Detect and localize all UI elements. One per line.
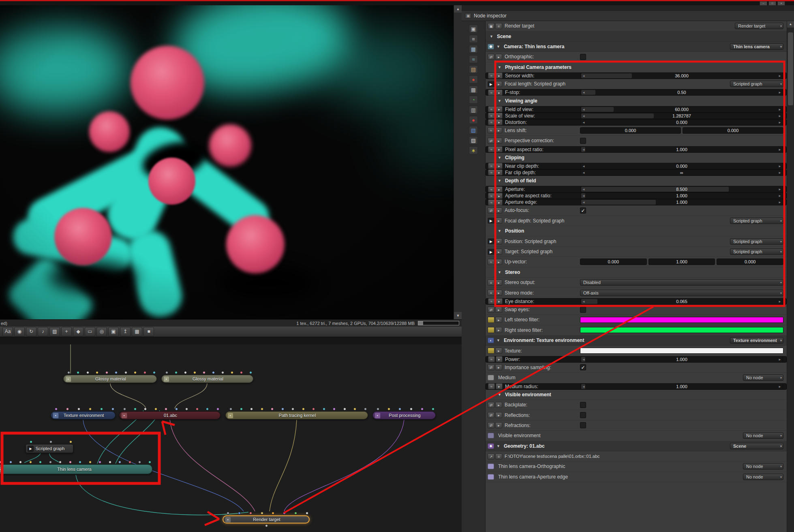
color-wheel-icon[interactable]: ◉ [14,327,25,336]
book-icon[interactable]: ▤ [469,65,478,73]
value-field[interactable]: 0.000 [580,259,647,265]
checkbox[interactable] [580,422,586,428]
value-slider[interactable]: ◄►1.282787 [580,113,783,119]
node-pin[interactable] [128,461,131,464]
viewport-scrollbar[interactable]: ▲ ▼ [454,5,462,319]
color-swatch[interactable] [580,348,783,354]
animate-toggle-icon[interactable]: ≈ [488,127,494,133]
node-pin[interactable] [69,461,72,464]
value-field[interactable]: 1.000 [648,259,715,265]
node-texture-environment[interactable]: ▪Texture environment [51,411,116,419]
node-pin[interactable] [29,461,32,464]
enum-dropdown[interactable]: Disabled▾ [580,279,783,286]
node-scripted-graph[interactable]: ▶Scripted graph [26,444,73,453]
node-post-processing[interactable]: ▪Post processing [372,411,436,419]
animate-toggle-icon[interactable]: ≈ [488,298,495,304]
color-picker-icon[interactable] [488,317,494,323]
value-field[interactable]: 0.000 [683,127,783,134]
node-pin[interactable] [153,371,156,374]
triangle-down-icon[interactable]: ▼ [498,179,501,183]
node-list-icon[interactable]: ≡ [495,23,502,29]
animate-toggle-icon[interactable]: ≈ [488,163,495,169]
node-copy-icon[interactable]: ▣ [488,23,494,29]
checkbox[interactable] [580,54,586,60]
image-icon[interactable]: ▦ [469,45,478,53]
expand-icon[interactable]: ▸ [495,207,502,214]
value-slider[interactable]: ◄►1.000 [580,383,783,390]
node-slot-dropdown[interactable]: No node▾ [743,474,783,480]
expand-icon[interactable]: ▸ [496,199,503,205]
node-slot-dropdown[interactable]: No node▾ [743,374,783,381]
node-pin[interactable] [216,408,219,410]
scroll-thumb[interactable] [788,32,793,105]
node-pin[interactable] [143,371,146,374]
node-pin[interactable] [9,461,12,464]
expand-icon[interactable]: ▸ [495,249,502,255]
node-pin[interactable] [421,408,424,410]
expand-icon[interactable]: ▸ [496,193,503,199]
expand-icon[interactable]: ▸ [495,138,502,144]
expand-icon[interactable]: ▸ [496,356,503,362]
node-pin[interactable] [123,408,126,410]
expand-icon[interactable]: ▸ [495,307,502,313]
triangle-down-icon[interactable]: ▼ [497,338,500,342]
expand-icon[interactable]: ▸ [496,186,503,192]
expand-icon[interactable]: ▸ [495,402,502,408]
node-pin[interactable] [89,461,92,464]
copy-icon[interactable]: ▣ [108,327,119,336]
animate-toggle-icon[interactable]: ≈ [488,106,495,112]
value-field[interactable]: 0.000 [717,259,783,265]
triangle-down-icon[interactable]: ▼ [498,156,501,160]
node-pin[interactable] [323,408,325,410]
node-thin-lens-camera[interactable]: ▪Thin lens camera [0,464,152,474]
linked-node-dropdown[interactable]: Scripted graph▾ [730,81,783,87]
clone-icon[interactable]: ▣ [469,25,478,33]
layers-icon[interactable]: ▧ [469,126,478,134]
triangle-down-icon[interactable]: ▼ [498,229,501,233]
triangle-down-icon[interactable]: ▼ [498,393,501,397]
subsample-icon[interactable]: ▨ [49,327,60,336]
value-field[interactable]: 0.000 [580,127,681,134]
node-pin[interactable] [261,408,263,410]
triangle-down-icon[interactable]: ▼ [497,45,500,49]
node-glossy-material-2[interactable]: ▪Glossy material [161,375,253,383]
node-pin[interactable] [302,408,305,410]
expand-icon[interactable]: ▸ [496,90,503,96]
node-pin[interactable] [231,371,233,374]
open-file-icon[interactable]: ↗ [488,453,494,459]
font-tool-icon[interactable]: Aa [2,327,13,336]
expand-icon[interactable]: ▸ [495,327,502,333]
animate-toggle-icon[interactable]: ≈ [488,356,495,362]
triangle-down-icon[interactable]: ▼ [497,444,500,448]
expand-icon[interactable]: ▸ [495,81,502,87]
expand-icon[interactable]: ▸ [496,106,503,112]
triangle-down-icon[interactable]: ▼ [498,65,501,69]
node-pin[interactable] [250,408,253,410]
node-pin[interactable] [134,408,137,410]
node-graph-editor[interactable]: ▪Glossy material▪Glossy material▪Texture… [0,344,462,532]
scroll-down-icon[interactable]: ▼ [454,312,462,319]
scroll-up-icon[interactable]: ▲ [787,21,794,28]
node-pin[interactable] [66,408,69,410]
swap-icon[interactable]: ⇄ [488,422,494,428]
node-pin[interactable] [30,440,32,443]
value-slider[interactable]: ◄►∞ [580,169,783,176]
color-picker-icon[interactable] [488,348,494,354]
triangle-down-icon[interactable]: ▼ [490,34,493,38]
node-pin[interactable] [49,440,52,443]
node-pin[interactable] [281,408,284,410]
node-pin[interactable] [240,408,243,410]
node-pin[interactable] [196,408,199,410]
node-pin[interactable] [77,408,80,410]
node-pin[interactable] [249,512,252,515]
inspector-scrollbar[interactable]: ▲ [787,21,794,532]
node-type-dropdown[interactable]: Render target▾ [735,23,783,29]
zoom-icon[interactable]: ◎ [96,327,107,336]
value-slider[interactable]: ◄►0.000 [580,163,783,169]
node-pin[interactable] [165,371,168,374]
refresh-icon[interactable]: ↻ [26,327,36,336]
node-pin[interactable] [67,371,70,374]
node-type-dropdown[interactable]: Scene▾ [730,443,783,449]
animate-toggle-icon[interactable]: ≈ [488,73,495,79]
node-pin[interactable] [69,440,72,443]
